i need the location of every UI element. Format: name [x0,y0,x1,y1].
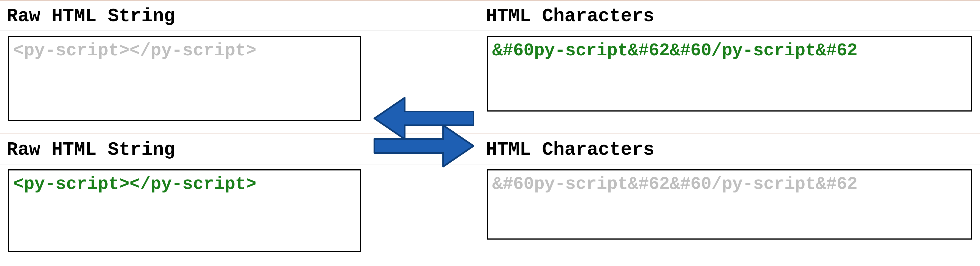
html-chars-placeholder-bottom: &#60py-script&#62&#60/py-script&#62 [492,174,858,194]
html-chars-output-top[interactable]: &#60py-script&#62&#60/py-script&#62 [487,36,972,111]
header-mid-bottom [369,134,479,164]
raw-html-value-bottom: <py-script></py-script> [13,174,256,194]
raw-html-placeholder-top: <py-script></py-script> [13,41,256,61]
raw-html-output-bottom[interactable]: <py-script></py-script> [8,169,361,252]
raw-html-input-top[interactable]: <py-script></py-script> [8,36,361,121]
header-mid-top [369,0,479,31]
html-chars-input-bottom[interactable]: &#60py-script&#62&#60/py-script&#62 [487,169,972,240]
html-chars-value-top: &#60py-script&#62&#60/py-script&#62 [492,41,858,61]
header-chars-bottom: HTML Characters [479,134,980,164]
header-raw-top: Raw HTML String [0,0,369,31]
header-raw-bottom: Raw HTML String [0,134,369,164]
header-chars-top: HTML Characters [479,0,980,31]
